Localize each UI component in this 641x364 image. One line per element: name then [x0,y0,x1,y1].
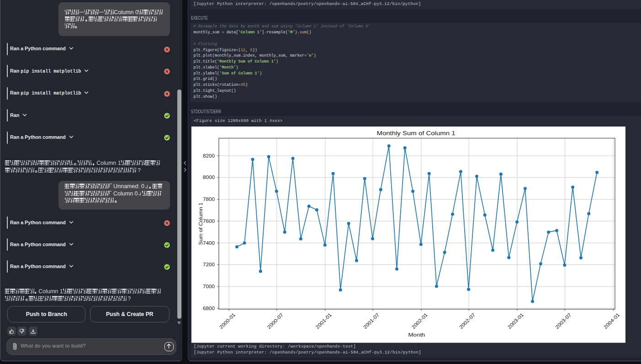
svg-text:7000: 7000 [203,284,215,289]
svg-text:7800: 7800 [203,196,215,202]
svg-text:7600: 7600 [203,218,215,224]
svg-text:8200: 8200 [203,153,215,158]
svg-text:8000: 8000 [203,174,215,180]
svg-text:Sum of Column 1: Sum of Column 1 [198,202,203,245]
svg-text:6800: 6800 [203,306,215,311]
svg-text:Monthly Sum of Column 1: Monthly Sum of Column 1 [376,130,455,137]
svg-text:Month: Month [408,332,425,338]
svg-text:7200: 7200 [203,262,215,267]
svg-text:7400: 7400 [203,240,215,246]
